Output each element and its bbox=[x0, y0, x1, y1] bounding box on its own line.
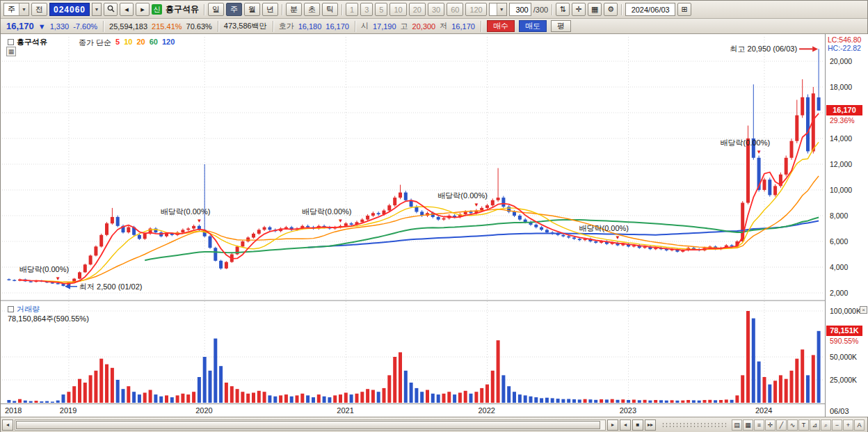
crosshair-icon[interactable]: ✛ bbox=[765, 419, 775, 431]
interval-5-button[interactable]: 5 bbox=[375, 3, 387, 16]
separator bbox=[355, 21, 355, 32]
period-year-button[interactable]: 년 bbox=[262, 3, 278, 16]
candle-body bbox=[306, 226, 310, 227]
candle-body bbox=[225, 262, 228, 269]
period-week-button[interactable]: 주 bbox=[226, 3, 242, 16]
candle-body bbox=[785, 158, 788, 175]
volume-bar bbox=[746, 311, 750, 403]
interval-20-button[interactable]: 20 bbox=[409, 3, 426, 16]
volume-bar bbox=[7, 400, 10, 403]
dividend-annotation: 배당락(0.00%) bbox=[721, 138, 771, 147]
year-label: 2020 bbox=[195, 406, 212, 415]
font-size-icon[interactable]: A bbox=[854, 419, 865, 431]
compare-updown-icon[interactable]: ⇅ bbox=[556, 3, 570, 16]
multi-chart-icon[interactable]: ▦ bbox=[588, 3, 602, 16]
grid-icon[interactable]: ▦ bbox=[743, 419, 753, 431]
period-combo[interactable]: 주 ▼ bbox=[3, 3, 29, 16]
fast-forward-button[interactable]: ▸▸ bbox=[645, 419, 656, 431]
volume-bar bbox=[638, 400, 641, 403]
chart-menu-icon[interactable]: ▦ bbox=[6, 47, 16, 56]
code-dropdown-icon[interactable]: ▼ bbox=[92, 3, 102, 16]
interval-3-button[interactable]: 3 bbox=[360, 3, 373, 16]
calendar-icon[interactable]: ⊞ bbox=[677, 3, 691, 16]
volume-bar bbox=[752, 319, 755, 403]
indicator-combo[interactable]: ▼ bbox=[489, 3, 507, 16]
volume-bar bbox=[56, 401, 60, 403]
zoom-out-icon[interactable]: − bbox=[832, 419, 842, 431]
interval-1-button[interactable]: 1 bbox=[346, 3, 358, 16]
search-icon[interactable] bbox=[104, 3, 118, 16]
price-tick-label: 12,000 bbox=[830, 160, 852, 168]
stock-name-label: 흥구석유 bbox=[164, 3, 200, 15]
avg-button[interactable]: 평 bbox=[551, 20, 571, 32]
down-arrow-icon: ▼ bbox=[38, 22, 46, 31]
chart-scrollbar[interactable] bbox=[15, 419, 606, 431]
lc-label: LC:546.80 bbox=[828, 35, 861, 44]
interval-10-button[interactable]: 10 bbox=[389, 3, 406, 16]
interval-30-button[interactable]: 30 bbox=[428, 3, 444, 16]
volume-pane-close-icon[interactable]: × bbox=[860, 306, 867, 314]
text-tool-icon[interactable]: T bbox=[798, 419, 809, 431]
period-tick-button[interactable]: 틱 bbox=[322, 3, 338, 16]
trendline-icon[interactable]: ╱ bbox=[776, 419, 787, 431]
volume-tick-label: 50,000K bbox=[830, 353, 857, 361]
zoom-in-icon[interactable]: + bbox=[843, 419, 853, 431]
bar-count-input[interactable] bbox=[509, 3, 531, 16]
period-day-button[interactable]: 일 bbox=[208, 3, 224, 16]
volume-bar bbox=[328, 397, 331, 403]
scroll-left-button[interactable]: ◂ bbox=[2, 419, 13, 431]
separator bbox=[552, 4, 552, 15]
price-pane-header: 흥구석유 bbox=[8, 37, 47, 47]
volume-bar bbox=[181, 394, 184, 403]
crosshair-icon[interactable]: ✛ bbox=[572, 3, 586, 16]
angle-tool-icon[interactable]: ⊿ bbox=[810, 419, 820, 431]
wave-indicator-icon[interactable]: ∿ bbox=[787, 419, 798, 431]
jeon-button[interactable]: 전 bbox=[31, 3, 47, 16]
scrollbar-thumb[interactable] bbox=[16, 421, 600, 429]
volume-bar bbox=[89, 375, 93, 403]
period-month-button[interactable]: 월 bbox=[244, 3, 260, 16]
ma-60-label: 60 bbox=[150, 38, 158, 48]
scroll-right-button[interactable]: ▸ bbox=[607, 419, 618, 431]
menu-icon[interactable]: ≡ bbox=[754, 419, 764, 431]
volume-bar bbox=[785, 379, 788, 403]
volume-bar bbox=[360, 392, 364, 403]
volume-checkbox[interactable] bbox=[8, 306, 14, 312]
next-stock-button[interactable]: ▸ bbox=[136, 3, 150, 16]
date-input[interactable]: 2024/06/03 bbox=[625, 3, 675, 16]
dividend-marker-icon: ▼ bbox=[55, 275, 61, 282]
buy-button[interactable]: 매수 bbox=[487, 20, 515, 32]
bottom-scrollbar-row: ◂ ▸ ◂ ■ ▸▸ ▤▦≡✛╱∿T⊿⌕−+A bbox=[1, 417, 867, 432]
price-tick-label: 14,000 bbox=[830, 134, 852, 143]
separator bbox=[103, 21, 104, 32]
candle-body bbox=[393, 198, 396, 205]
volume-bar bbox=[252, 393, 255, 403]
magnifier-icon[interactable]: ⌕ bbox=[821, 419, 831, 431]
period-second-button[interactable]: 초 bbox=[304, 3, 320, 16]
volume-bar bbox=[681, 401, 684, 403]
prev-stock-button[interactable]: ◂ bbox=[120, 3, 134, 16]
stop-button[interactable]: ■ bbox=[632, 419, 643, 431]
candlestick-chart: 배당락(0.00%)▼배당락(0.00%)▼배당락(0.00%)▼배당락(0.0… bbox=[1, 34, 825, 417]
stock-code-input[interactable]: 024060 bbox=[49, 3, 90, 16]
dividend-marker-icon: ▼ bbox=[756, 149, 762, 155]
candle-body bbox=[377, 213, 380, 214]
step-left-button[interactable]: ◂ bbox=[620, 419, 631, 431]
volume-bar bbox=[273, 397, 277, 403]
settings-gear-icon[interactable]: ⚙ bbox=[604, 3, 618, 16]
ask-price: 16,180 bbox=[298, 22, 322, 31]
interval-120-button[interactable]: 120 bbox=[465, 3, 486, 16]
price-axis-panel: LC:546.80 HC:-22.82 20,00018,00014,00012… bbox=[825, 34, 868, 417]
interval-60-button[interactable]: 60 bbox=[447, 3, 463, 16]
trade-value: 473,586백만 bbox=[224, 21, 267, 31]
stock-checkbox[interactable] bbox=[8, 39, 14, 45]
volume-bar bbox=[339, 394, 342, 403]
volume-bar bbox=[605, 399, 609, 403]
volume-bar bbox=[768, 385, 771, 403]
period-minute-button[interactable]: 분 bbox=[286, 3, 302, 16]
candle-body bbox=[399, 193, 402, 198]
pane-splitter-handle[interactable] bbox=[661, 422, 726, 429]
bar-type-icon[interactable]: ▤ bbox=[732, 419, 742, 431]
current-volume-badge: 78,151K bbox=[826, 326, 862, 336]
sell-button[interactable]: 매도 bbox=[519, 20, 547, 32]
